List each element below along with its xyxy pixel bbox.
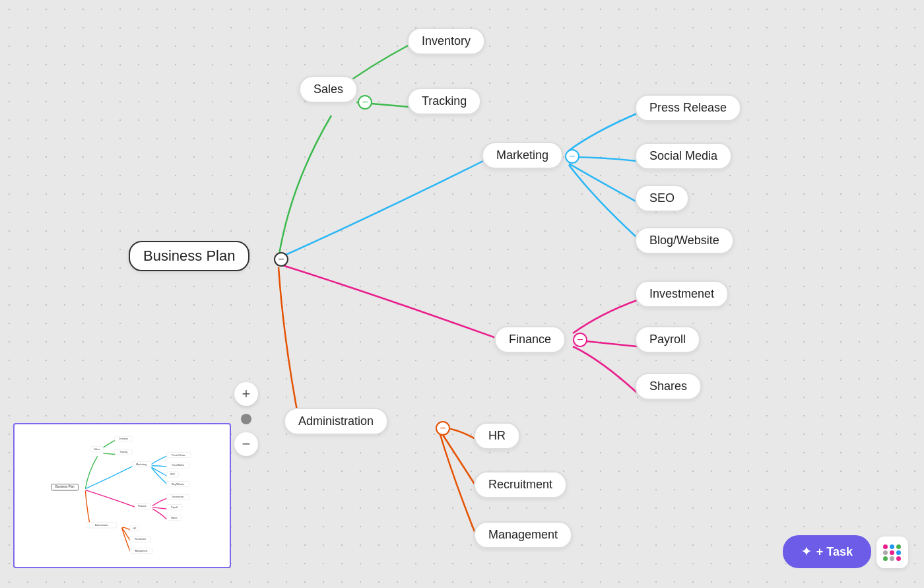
node-finance-label: Finance [509,333,551,346]
svg-text:Shares: Shares [171,517,178,519]
node-sales-label: Sales [314,82,343,96]
node-business-plan[interactable]: Business Plan [129,241,249,271]
node-seo-label: SEO [649,191,675,205]
node-press-release[interactable]: Press Release [635,94,741,121]
node-hr-label: HR [488,429,506,442]
collapse-marketing[interactable]: − [565,149,579,164]
svg-text:Management: Management [135,550,148,552]
svg-text:Tracking: Tracking [119,451,127,453]
svg-text:Marketing: Marketing [136,463,147,466]
node-sales[interactable]: Sales [299,76,358,103]
node-tracking-label: Tracking [422,94,467,108]
node-press-release-label: Press Release [649,101,727,114]
svg-text:Social Media: Social Media [172,464,184,467]
node-seo[interactable]: SEO [635,185,689,212]
node-business-plan-label: Business Plan [143,247,235,264]
node-social-media[interactable]: Social Media [635,143,732,170]
node-tracking[interactable]: Tracking [407,88,481,115]
minimap: Business Plan Sales Inventory Tracking M… [13,423,231,568]
node-payroll[interactable]: Payroll [635,326,700,353]
collapse-business-plan[interactable]: − [274,252,288,267]
svg-text:HR: HR [133,527,136,530]
node-management-label: Management [488,528,558,541]
svg-text:Inventory: Inventory [119,438,128,440]
node-inventory-label: Inventory [422,34,471,48]
node-administration-label: Administration [298,414,374,428]
collapse-sales[interactable]: − [358,95,372,110]
svg-text:Press Release: Press Release [172,454,185,457]
add-task-button[interactable]: ✦ + Task [783,535,871,568]
zoom-dot [241,414,251,424]
node-administration[interactable]: Administration [284,408,388,435]
node-hr[interactable]: HR [474,422,520,449]
node-payroll-label: Payroll [649,333,686,346]
task-button-icon: ✦ [801,544,811,559]
svg-text:Sales: Sales [94,448,100,451]
task-button-label: + Task [816,545,853,559]
svg-text:Finance: Finance [138,505,147,507]
svg-text:Payroll: Payroll [171,506,178,509]
svg-text:Business Plan: Business Plan [55,485,75,488]
zoom-controls: + − [234,382,258,456]
node-inventory[interactable]: Inventory [407,28,485,55]
node-finance[interactable]: Finance [494,326,566,353]
grid-view-button[interactable] [876,537,908,568]
svg-text:Investmenet: Investmenet [172,496,183,498]
node-management[interactable]: Management [474,521,572,548]
grid-icon [883,544,902,561]
node-shares-label: Shares [649,379,687,393]
svg-text:Recruitment: Recruitment [135,538,146,540]
node-recruitment-label: Recruitment [488,478,552,491]
node-blog-website[interactable]: Blog/Website [635,227,734,254]
node-recruitment[interactable]: Recruitment [474,471,567,498]
svg-text:SEO: SEO [170,473,175,476]
svg-text:Administration: Administration [95,524,108,527]
svg-text:Blog/Website: Blog/Website [172,483,184,486]
zoom-out-button[interactable]: − [234,432,258,456]
node-blog-website-label: Blog/Website [649,234,719,247]
node-investmenet[interactable]: Investmenet [635,280,729,308]
node-shares[interactable]: Shares [635,373,702,400]
node-investmenet-label: Investmenet [649,287,714,300]
zoom-in-button[interactable]: + [234,382,258,406]
node-marketing-label: Marketing [496,148,548,162]
collapse-finance[interactable]: − [573,333,587,347]
collapse-administration[interactable]: − [436,421,450,436]
node-social-media-label: Social Media [649,149,717,162]
node-marketing[interactable]: Marketing [482,142,563,169]
